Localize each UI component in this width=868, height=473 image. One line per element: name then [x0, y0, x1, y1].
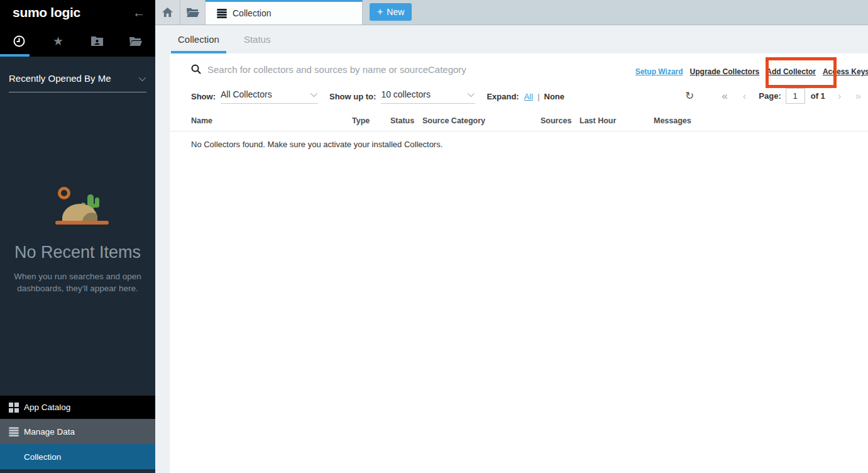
- upgrade-collectors-link[interactable]: Upgrade Collectors: [690, 67, 760, 76]
- column-header-messages[interactable]: Messages: [654, 116, 691, 125]
- access-keys-link[interactable]: Access Keys: [823, 67, 868, 76]
- subtab-status[interactable]: Status: [237, 25, 278, 53]
- sidebar-tab-shared[interactable]: [78, 25, 117, 57]
- divider: |: [537, 92, 539, 101]
- sidebar-item-manage-data[interactable]: Manage Data: [0, 419, 155, 444]
- subtab-label: Collection: [178, 34, 219, 45]
- show-label: Show:: [191, 92, 216, 101]
- add-collector-link[interactable]: Add Collector: [766, 67, 816, 76]
- sidebar-next-item-edge: [0, 469, 155, 473]
- column-header-status[interactable]: Status: [390, 116, 422, 125]
- star-icon: ★: [53, 35, 63, 47]
- sumo-logic-app: sumo logic ← ★: [0, 0, 868, 473]
- sidebar-tab-recents[interactable]: [0, 25, 39, 57]
- search-icon: [191, 64, 201, 74]
- sun-icon: [58, 187, 70, 199]
- sidebar-empty-state: No Recent Items When you run searches an…: [0, 184, 155, 294]
- show-up-to-label: Show up to:: [329, 92, 376, 101]
- show-collectors-dropdown[interactable]: All Collectors: [221, 89, 318, 104]
- ground-line: [55, 221, 109, 225]
- column-header-sources[interactable]: Sources: [541, 116, 580, 125]
- folder-tab-button[interactable]: [180, 0, 206, 25]
- grid-icon: [9, 403, 24, 413]
- empty-state-title: No Recent Items: [0, 243, 155, 262]
- collapse-sidebar-icon[interactable]: ←: [133, 6, 145, 19]
- refresh-icon[interactable]: ↻: [685, 89, 694, 103]
- page-size-value: 10 collectors: [381, 89, 431, 99]
- search-input[interactable]: [207, 61, 635, 77]
- folder-user-icon: [91, 36, 103, 46]
- empty-table-message: No Collectors found. Make sure you activ…: [191, 140, 442, 149]
- plus-icon: +: [377, 7, 383, 17]
- sidebar-item-app-catalog[interactable]: App Catalog: [0, 396, 155, 419]
- first-page-icon[interactable]: «: [722, 90, 727, 103]
- sidebar-tab-library[interactable]: [116, 25, 155, 57]
- home-tab-button[interactable]: [155, 0, 180, 25]
- sidebar-icon-nav: ★: [0, 25, 155, 57]
- expand-none-link[interactable]: None: [544, 92, 565, 101]
- tab-strip: Collection + New: [155, 0, 868, 25]
- sumo-logic-logo: sumo logic: [13, 5, 80, 20]
- clock-icon: [13, 35, 25, 47]
- last-page-icon[interactable]: »: [855, 90, 861, 103]
- new-button-label: New: [387, 7, 404, 17]
- list-controls: Show: All Collectors Show up to: 10 coll…: [191, 89, 564, 104]
- prev-page-icon[interactable]: ‹: [743, 90, 747, 103]
- sidebar-tab-favorites[interactable]: ★: [39, 25, 78, 57]
- database-icon: [9, 427, 24, 437]
- column-header-source-category[interactable]: Source Category: [422, 116, 541, 125]
- action-links: Setup Wizard Upgrade Collectors Add Coll…: [635, 67, 868, 76]
- expand-all-link[interactable]: All: [524, 92, 533, 101]
- subtab-collection[interactable]: Collection: [171, 25, 226, 53]
- sidebar-item-label: App Catalog: [24, 403, 70, 412]
- sidebar-bottom-menu: App Catalog Manage Data Collection: [0, 396, 155, 473]
- page-total: of 1: [811, 91, 825, 101]
- desert-illustration: [37, 184, 119, 228]
- column-header-last-hour[interactable]: Last Hour: [580, 116, 654, 125]
- next-page-icon[interactable]: ›: [838, 90, 842, 103]
- sidebar: sumo logic ← ★: [0, 0, 155, 473]
- page-number-input[interactable]: [786, 88, 805, 104]
- open-folder-icon: [187, 8, 199, 17]
- collectors-table-header: Name Type Status Source Category Sources…: [170, 116, 868, 131]
- sidebar-item-label: Collection: [24, 452, 61, 462]
- expand-label: Expand:: [486, 92, 519, 101]
- chevron-down-icon: [139, 74, 146, 81]
- subtab-label: Status: [244, 34, 271, 45]
- open-folder-icon: [129, 36, 142, 46]
- new-button[interactable]: + New: [370, 3, 412, 21]
- column-header-type[interactable]: Type: [352, 116, 390, 125]
- sidebar-item-collection[interactable]: Collection: [0, 444, 155, 469]
- home-icon: [162, 8, 173, 17]
- sidebar-item-label: Manage Data: [24, 427, 75, 437]
- sidebar-header: sumo logic ←: [0, 0, 155, 25]
- setup-wizard-link[interactable]: Setup Wizard: [635, 67, 683, 76]
- chevron-down-icon: [310, 90, 317, 97]
- database-icon: [217, 9, 227, 18]
- recent-filter-value: Recently Opened By Me: [9, 73, 111, 84]
- column-header-name[interactable]: Name: [191, 116, 352, 125]
- main-area: Collection + New Collection Status Setup…: [155, 0, 868, 473]
- page-label: Page:: [759, 91, 781, 101]
- subtab-bar: Collection Status: [155, 25, 288, 53]
- tab-collection[interactable]: Collection: [206, 0, 363, 25]
- empty-state-description: When you run searches and open dashboard…: [10, 270, 145, 294]
- recent-filter-dropdown[interactable]: Recently Opened By Me: [9, 73, 146, 92]
- show-collectors-value: All Collectors: [221, 89, 272, 99]
- page-size-dropdown[interactable]: 10 collectors: [381, 89, 475, 104]
- pagination: ↻ « ‹ Page: of 1 › »: [685, 88, 861, 104]
- chevron-down-icon: [468, 90, 475, 97]
- collection-panel: Setup Wizard Upgrade Collectors Add Coll…: [170, 53, 868, 473]
- tab-label: Collection: [233, 8, 271, 18]
